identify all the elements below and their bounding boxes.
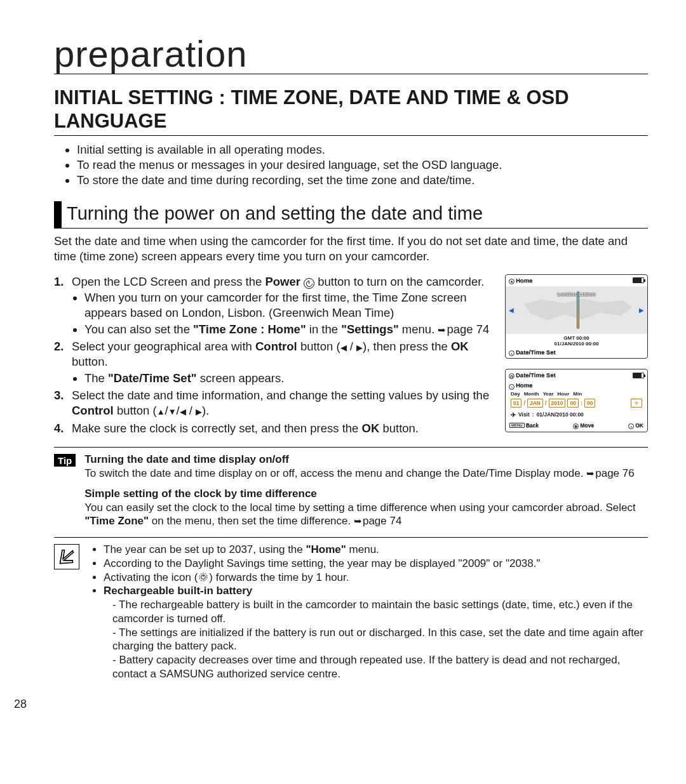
chapter-title: preparation — [54, 35, 648, 74]
intro-bullets: Initial setting is available in all oper… — [54, 142, 648, 187]
tip-badge: Tip — [54, 454, 76, 467]
step-1-sub: You can also set the "Time Zone : Home" … — [84, 322, 494, 337]
figure-datetime-screen: ◷Date/Time Set ⌂Home Day Month Year Hour… — [505, 369, 648, 432]
nav-left-icon: ◀ — [509, 307, 514, 314]
step-2: Select your geographical area with Contr… — [54, 339, 494, 385]
note-sub: The settings are initialized if the batt… — [112, 626, 648, 654]
step-1: Open the LCD Screen and press the Power … — [54, 274, 494, 337]
dst-icon — [198, 571, 209, 583]
hour-field: 00 — [567, 399, 578, 408]
ok-label: OK — [635, 422, 643, 429]
bullet: To store the date and time during record… — [77, 173, 648, 188]
field-label: Min — [573, 391, 582, 397]
visit-label: Visit — [518, 411, 530, 418]
battery-icon — [633, 373, 644, 378]
page-ref-icon — [586, 467, 595, 479]
up-triangle-icon: ▲ — [157, 407, 165, 418]
home-icon: ⌂ — [509, 384, 514, 390]
month-field: JAN — [527, 399, 543, 408]
right-triangle-icon: ▶ — [196, 407, 202, 418]
move-label: Move — [580, 422, 594, 429]
dst-icon — [631, 399, 642, 408]
field-label: Month — [524, 391, 539, 397]
back-label: Back — [526, 422, 539, 429]
field-label: Hour — [558, 391, 570, 397]
ok-circle-icon: • — [509, 350, 514, 356]
ok-circle-icon: • — [628, 423, 634, 429]
field-label: Year — [543, 391, 554, 397]
step-3: Select the date and time information, an… — [54, 388, 494, 418]
page-ref-icon — [438, 322, 447, 336]
note-item: Activating the icon () forwards the time… — [104, 571, 648, 585]
left-triangle-icon: ◀ — [180, 407, 186, 418]
note-item: Rechargeable built-in battery The rechar… — [104, 584, 648, 681]
gmt-label: GMT 00:00 — [506, 334, 647, 341]
plane-icon: ✈ — [511, 411, 516, 418]
nav-right-icon: ▶ — [639, 307, 644, 314]
note-sub: Battery capacity decreases over time and… — [112, 653, 648, 681]
note-sub: The rechargeable battery is built in the… — [112, 598, 648, 626]
note-item: According to the Daylight Savings time s… — [104, 557, 648, 571]
power-icon — [304, 278, 314, 289]
tip-box: Tip Turning the date and time display on… — [54, 448, 648, 537]
step-1-sub: When you turn on your camcorder for the … — [84, 290, 494, 320]
bullet: To read the menus or messages in your de… — [77, 157, 648, 173]
min-field: 00 — [584, 399, 595, 408]
figure-timezone-screen: ✦Home ◀ London, Lisbon ▶ GMT 00:00 01/JA… — [505, 274, 648, 359]
page-ref-icon — [354, 515, 363, 527]
main-heading: INITIAL SETTING : TIME ZONE, DATE AND TI… — [54, 86, 648, 136]
menu-pill-icon: MENU — [509, 423, 525, 428]
note-icon — [54, 544, 79, 569]
clock-icon: ◷ — [509, 373, 514, 379]
left-triangle-icon: ◀ — [340, 343, 347, 354]
tip-heading: Turning the date and time display on/off — [84, 453, 289, 465]
visit-value: 01/JAN/2010 00:00 — [537, 411, 584, 418]
sub-heading: Turning the power on and setting the dat… — [67, 201, 483, 228]
note-box: The year can be set up to 2037, using th… — [54, 538, 648, 686]
day-field: 01 — [511, 399, 521, 408]
note-item: The year can be set up to 2037, using th… — [104, 543, 648, 557]
battery-icon — [633, 277, 644, 283]
field-label: Day — [511, 391, 520, 397]
tip-heading: Simple setting of the clock by time diff… — [84, 488, 317, 500]
move-circle-icon: ✥ — [573, 423, 579, 429]
sub-heading-row: Turning the power on and setting the dat… — [54, 201, 648, 229]
city-label: London, Lisbon — [558, 291, 596, 297]
down-triangle-icon: ▼ — [168, 407, 177, 418]
step-4: Make sure the clock is correctly set, an… — [54, 421, 494, 436]
step-2-sub: The "Date/Time Set" screen appears. — [84, 371, 494, 386]
globe-icon: ✦ — [509, 279, 514, 284]
bottom-action: Date/Time Set — [516, 349, 556, 355]
world-map: ◀ London, Lisbon ▶ — [506, 286, 647, 334]
sub-intro: Set the date and time when using the cam… — [54, 234, 648, 263]
bullet: Initial setting is available in all oper… — [77, 142, 648, 157]
date-label: 01/JAN/2010 00:00 — [506, 341, 647, 347]
page-number: 28 — [14, 698, 27, 711]
year-field: 2010 — [549, 399, 566, 408]
right-triangle-icon: ▶ — [356, 343, 363, 354]
